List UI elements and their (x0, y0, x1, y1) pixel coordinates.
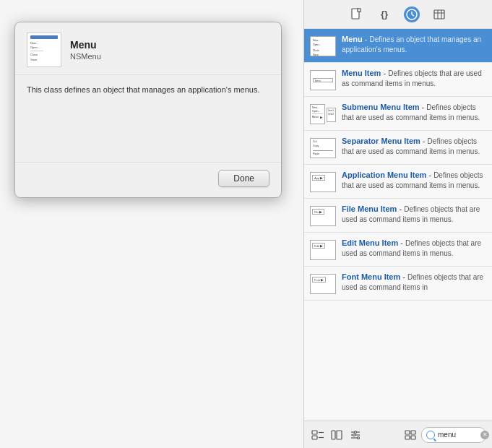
item-thumbnail-separator: Cut Copy Paste (310, 138, 336, 158)
search-icon (426, 431, 435, 439)
adjust-icon[interactable] (348, 427, 363, 443)
dialog-subtitle: NSMenu (70, 52, 101, 61)
dialog-title: Menu (70, 39, 101, 51)
item-content-menuitem: Menu Item - Defines objects that are use… (342, 69, 486, 89)
svg-rect-27 (411, 436, 415, 439)
bottom-right-area: ✕ (402, 427, 486, 443)
search-container[interactable]: ✕ (421, 427, 486, 443)
svg-rect-1 (358, 9, 361, 12)
item-content-filemenu: File Menu Item - Defines objects that ar… (342, 204, 486, 225)
list-item[interactable]: File▶ File Menu Item - Defines objects t… (304, 199, 492, 233)
item-dash: - (420, 103, 427, 111)
item-dash: - (397, 204, 404, 213)
item-content-appmenu: Application Menu Item - Defines objects … (342, 171, 486, 191)
item-name: Separator Menu Item (342, 137, 420, 145)
table-toolbar-icon[interactable] (431, 7, 447, 22)
svg-point-20 (353, 434, 355, 436)
svg-rect-10 (312, 436, 317, 439)
svg-point-17 (355, 431, 357, 433)
svg-rect-14 (337, 431, 342, 439)
item-name: Application Menu Item (342, 171, 426, 179)
list-item[interactable]: New... Open... Close Save Menu - Defines… (304, 29, 492, 63)
right-panel: {} New... (303, 0, 492, 448)
search-input[interactable] (438, 431, 478, 439)
search-clear-button[interactable]: ✕ (480, 431, 489, 439)
right-toolbar: {} (304, 0, 492, 29)
item-dash: - (398, 238, 405, 247)
item-thumbnail-appmenu: App▶ (310, 172, 336, 192)
svg-rect-24 (405, 431, 410, 434)
item-content-menu: Menu - Defines an object that manages an… (342, 35, 486, 55)
item-thumbnail-fontmenu: Font▶ (310, 274, 336, 294)
list-area: New... Open... Close Save Menu - Defines… (304, 29, 492, 421)
svg-rect-9 (312, 431, 317, 434)
left-panel: New... Open... Close Save Menu NSMenu Th… (0, 0, 303, 448)
item-content-editmenu: Edit Menu Item - Defines objects that ar… (342, 238, 486, 259)
svg-rect-25 (411, 431, 415, 434)
item-dash: - (420, 137, 428, 145)
item-content-separator: Separator Menu Item - Defines objects th… (342, 137, 486, 157)
item-dash: - (363, 35, 370, 43)
back-icon[interactable] (310, 427, 326, 443)
item-content-submenu: Submenu Menu Item - Defines objects that… (342, 103, 486, 123)
menu-icon: New... Open... Close Save (27, 33, 61, 67)
svg-point-23 (358, 436, 360, 439)
item-name: Font Menu Item (342, 272, 400, 281)
item-dash: - (400, 272, 407, 281)
list-item[interactable]: App▶ Application Menu Item - Defines obj… (304, 165, 492, 199)
dialog-title-area: Menu NSMenu (70, 39, 101, 61)
dialog-footer: Done (15, 162, 281, 197)
item-dash: - (381, 69, 388, 77)
item-name: Menu Item (342, 69, 381, 77)
bottom-toolbar: ✕ (304, 421, 492, 448)
svg-line-4 (412, 14, 414, 16)
list-item[interactable]: New... Open... Menu ▶ Item1 Item2 (304, 97, 492, 131)
item-dash: - (426, 171, 433, 179)
dialog-box: New... Open... Close Save Menu NSMenu Th… (14, 22, 282, 198)
columns-icon[interactable] (329, 427, 345, 443)
svg-rect-26 (405, 436, 410, 439)
clock-toolbar-icon[interactable] (404, 7, 420, 22)
item-name: Submenu Menu Item (342, 103, 420, 111)
item-name: Menu (342, 35, 363, 43)
bottom-left-icons (310, 427, 363, 443)
list-item[interactable]: Edit▶ Edit Menu Item - Defines objects t… (304, 233, 492, 267)
item-thumbnail-editmenu: Edit▶ (310, 240, 336, 260)
dialog-description: This class defines an object that manage… (27, 84, 269, 96)
item-thumbnail-menu: New... Open... Close Save (310, 36, 336, 56)
code-toolbar-icon[interactable]: {} (376, 7, 392, 22)
dialog-header: New... Open... Close Save Menu NSMenu (15, 22, 281, 75)
svg-rect-13 (332, 431, 335, 439)
done-button[interactable]: Done (218, 170, 269, 187)
item-content-fontmenu: Font Menu Item - Defines objects that ar… (342, 272, 486, 293)
item-thumbnail-submenu: New... Open... Menu ▶ Item1 Item2 (310, 104, 336, 124)
list-item[interactable]: Font▶ Font Menu Item - Defines objects t… (304, 267, 492, 301)
document-toolbar-icon[interactable] (349, 7, 365, 22)
grid-view-icon[interactable] (402, 427, 418, 443)
item-thumbnail-menuitem: Item (310, 70, 336, 90)
list-item[interactable]: Item Menu Item - Defines objects that ar… (304, 63, 492, 97)
item-thumbnail-filemenu: File▶ (310, 206, 336, 226)
svg-rect-5 (434, 10, 444, 19)
dialog-body: This class defines an object that manage… (15, 75, 281, 162)
list-item[interactable]: Cut Copy Paste Separator Menu Item - Def… (304, 131, 492, 165)
item-name: File Menu Item (342, 204, 397, 213)
item-name: Edit Menu Item (342, 238, 398, 247)
